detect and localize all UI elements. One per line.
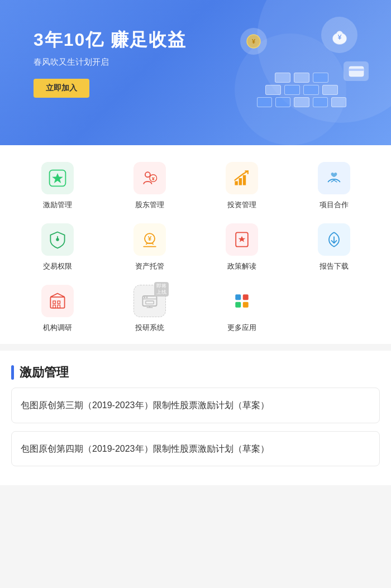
- cooperation-label: 项目合作: [320, 200, 349, 210]
- investment-label: 投资管理: [227, 200, 256, 210]
- trust-label: 资产托管: [135, 261, 164, 271]
- policy-label: 政策解读: [227, 261, 256, 271]
- shareholder-label: 股东管理: [135, 200, 164, 210]
- menu-item-shareholder[interactable]: ¥ 股东管理: [103, 162, 196, 210]
- menu-item-research[interactable]: 机构调研: [11, 285, 103, 333]
- more-icon-wrap: [226, 285, 258, 317]
- menu-item-incentive[interactable]: 激励管理: [11, 162, 103, 210]
- card-1-text: 包图原创第三期（2019-2023年）限制性股票激励计划（草案）: [21, 400, 269, 410]
- section-title-bar: [11, 365, 14, 380]
- svg-rect-12: [239, 178, 241, 185]
- shield-icon: [47, 230, 68, 250]
- chart-icon: [232, 168, 252, 188]
- list-card-1[interactable]: 包图原创第三期（2019-2023年）限制性股票激励计划（草案）: [11, 388, 380, 423]
- report-icon-wrap: [318, 223, 350, 256]
- card-2-text: 包图原创第四期（2019-2023年）限制性股票激励计划（草案）: [21, 444, 269, 453]
- svg-rect-34: [242, 294, 248, 300]
- svg-marker-19: [238, 236, 245, 242]
- svg-point-29: [146, 297, 147, 298]
- menu-item-more[interactable]: 更多应用: [196, 285, 288, 333]
- research-label: 机构调研: [43, 323, 72, 333]
- star-icon: [47, 168, 68, 188]
- download-icon: [324, 230, 344, 250]
- svg-text:¥: ¥: [147, 235, 151, 242]
- svg-rect-33: [235, 294, 241, 300]
- policy-icon: [232, 230, 252, 250]
- investment-icon-wrap: [226, 162, 258, 194]
- menu-item-trust[interactable]: ¥ 资产托管: [103, 223, 196, 271]
- svg-point-28: [144, 297, 145, 298]
- menu-item-report[interactable]: 报告下载: [288, 223, 380, 271]
- trading-label: 交易权限: [43, 261, 72, 271]
- join-button[interactable]: 立即加入: [34, 79, 89, 98]
- menu-item-policy[interactable]: 政策解读: [196, 223, 288, 271]
- svg-point-8: [145, 172, 150, 177]
- menu-grid: 激励管理 ¥ 股东管理: [11, 162, 380, 333]
- list-section: 包图原创第三期（2019-2023年）限制性股票激励计划（草案） 包图原创第四期…: [0, 388, 391, 485]
- svg-rect-30: [145, 301, 153, 304]
- hero-banner: 3年10亿 赚足收益 春风吹又生计划开启 立即加入 ¥ ¥: [0, 0, 391, 145]
- handshake-icon: [324, 168, 344, 188]
- menu-item-cooperation[interactable]: 项目合作: [288, 162, 380, 210]
- shareholder-icon-wrap: ¥: [133, 162, 166, 194]
- svg-rect-36: [242, 302, 248, 308]
- incentive-label: 激励管理: [43, 200, 72, 210]
- cooperation-icon-wrap: [318, 162, 350, 194]
- coming-soon-badge: 即将上线: [154, 282, 169, 297]
- system-label: 投研系统: [135, 323, 164, 333]
- list-card-2[interactable]: 包图原创第四期（2019-2023年）限制性股票激励计划（草案）: [11, 431, 380, 467]
- policy-icon-wrap: [226, 223, 258, 256]
- section-title-text: 激励管理: [20, 364, 69, 381]
- trust-icon-wrap: ¥: [133, 223, 166, 256]
- menu-item-system[interactable]: 即将上线 投研系统: [103, 285, 196, 333]
- grid-icon: [232, 291, 252, 311]
- incentive-icon-wrap: [41, 162, 74, 194]
- system-icon-wrap: 即将上线: [133, 285, 166, 317]
- building-icon: [47, 291, 68, 311]
- svg-rect-23: [58, 301, 60, 304]
- section-title-section: 激励管理: [0, 351, 391, 388]
- report-label: 报告下载: [320, 261, 349, 271]
- svg-text:¥: ¥: [151, 176, 154, 181]
- section-title: 激励管理: [11, 364, 380, 381]
- menu-section: 激励管理 ¥ 股东管理: [0, 145, 391, 344]
- menu-item-investment[interactable]: 投资管理: [196, 162, 288, 210]
- trading-icon-wrap: [41, 223, 74, 256]
- shareholder-icon: ¥: [140, 168, 160, 188]
- svg-rect-22: [53, 301, 55, 304]
- hero-subtitle: 春风吹又生计划开启: [34, 57, 391, 68]
- more-label: 更多应用: [227, 323, 256, 333]
- svg-rect-35: [235, 302, 241, 308]
- menu-item-trading[interactable]: 交易权限: [11, 223, 103, 271]
- svg-rect-13: [242, 175, 245, 185]
- svg-marker-7: [52, 173, 63, 183]
- trust-icon: ¥: [140, 230, 160, 250]
- research-icon-wrap: [41, 285, 74, 317]
- svg-rect-11: [235, 181, 237, 185]
- hero-title: 3年10亿 赚足收益: [34, 28, 391, 52]
